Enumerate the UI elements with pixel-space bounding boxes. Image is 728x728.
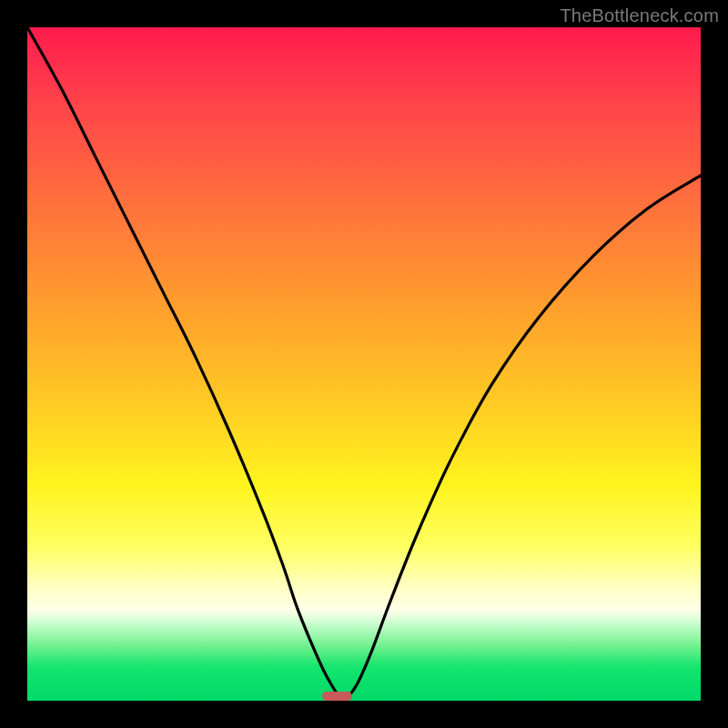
watermark-text: TheBottleneck.com <box>560 5 719 26</box>
right-branch-curve <box>348 176 702 698</box>
bottleneck-marker <box>322 692 352 701</box>
curves-svg <box>27 27 701 701</box>
plot-area <box>27 27 701 701</box>
left-branch-curve <box>27 27 340 699</box>
outer-frame: TheBottleneck.com <box>0 0 728 728</box>
